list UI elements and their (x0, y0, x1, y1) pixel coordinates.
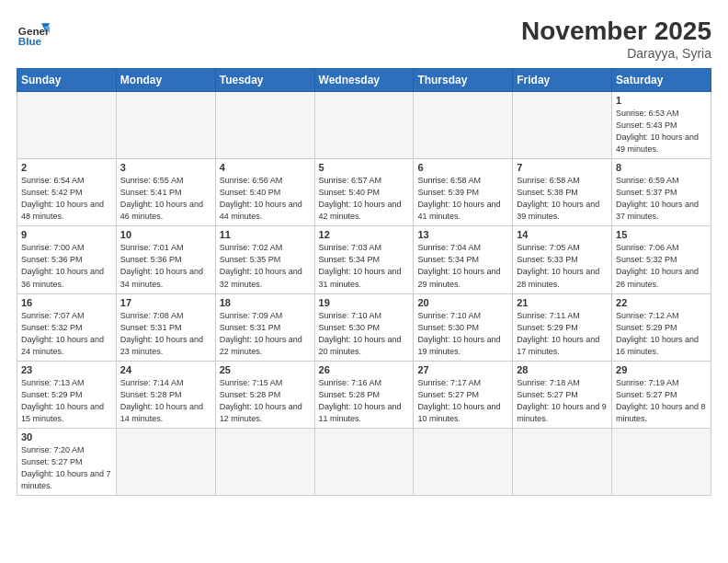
table-row: 21Sunrise: 7:11 AM Sunset: 5:29 PM Dayli… (513, 293, 612, 361)
table-row: 30Sunrise: 7:20 AM Sunset: 5:27 PM Dayli… (17, 428, 117, 495)
day-info: Sunrise: 7:03 AM Sunset: 5:34 PM Dayligh… (319, 242, 410, 290)
day-number: 10 (120, 229, 211, 240)
calendar: Sunday Monday Tuesday Wednesday Thursday… (17, 68, 711, 496)
day-number: 15 (616, 229, 707, 240)
day-info: Sunrise: 7:08 AM Sunset: 5:31 PM Dayligh… (120, 310, 211, 358)
day-number: 28 (517, 364, 608, 375)
day-number: 11 (220, 229, 311, 240)
table-row: 12Sunrise: 7:03 AM Sunset: 5:34 PM Dayli… (314, 226, 414, 293)
table-row: 3Sunrise: 6:55 AM Sunset: 5:41 PM Daylig… (116, 159, 215, 226)
day-number: 30 (21, 431, 112, 442)
day-info: Sunrise: 6:54 AM Sunset: 5:42 PM Dayligh… (21, 175, 112, 223)
table-row: 27Sunrise: 7:17 AM Sunset: 5:27 PM Dayli… (414, 361, 513, 428)
svg-text:Blue: Blue (18, 35, 42, 47)
location: Darayya, Syria (521, 46, 711, 61)
day-number: 18 (220, 297, 311, 308)
day-info: Sunrise: 7:18 AM Sunset: 5:27 PM Dayligh… (517, 377, 608, 425)
table-row (116, 92, 215, 159)
page: General Blue November 2025 Darayya, Syri… (0, 0, 728, 563)
table-row: 14Sunrise: 7:05 AM Sunset: 5:33 PM Dayli… (513, 226, 612, 293)
day-info: Sunrise: 7:20 AM Sunset: 5:27 PM Dayligh… (21, 444, 112, 492)
day-number: 22 (616, 297, 707, 308)
table-row: 29Sunrise: 7:19 AM Sunset: 5:27 PM Dayli… (612, 361, 711, 428)
table-row (116, 428, 215, 495)
day-number: 24 (120, 364, 211, 375)
day-info: Sunrise: 7:00 AM Sunset: 5:36 PM Dayligh… (21, 242, 112, 290)
table-row: 24Sunrise: 7:14 AM Sunset: 5:28 PM Dayli… (116, 361, 215, 428)
table-row: 18Sunrise: 7:09 AM Sunset: 5:31 PM Dayli… (215, 293, 314, 361)
logo: General Blue (17, 17, 50, 50)
day-number: 16 (21, 297, 112, 308)
table-row: 13Sunrise: 7:04 AM Sunset: 5:34 PM Dayli… (414, 226, 513, 293)
day-number: 7 (517, 162, 608, 173)
day-info: Sunrise: 7:14 AM Sunset: 5:28 PM Dayligh… (120, 377, 211, 425)
col-sunday: Sunday (17, 69, 117, 92)
day-info: Sunrise: 7:12 AM Sunset: 5:29 PM Dayligh… (616, 310, 707, 358)
table-row: 6Sunrise: 6:58 AM Sunset: 5:39 PM Daylig… (414, 159, 513, 226)
day-number: 2 (21, 162, 112, 173)
table-row: 25Sunrise: 7:15 AM Sunset: 5:28 PM Dayli… (215, 361, 314, 428)
table-row: 4Sunrise: 6:56 AM Sunset: 5:40 PM Daylig… (215, 159, 314, 226)
day-number: 25 (220, 364, 311, 375)
table-row (215, 428, 314, 495)
table-row: 10Sunrise: 7:01 AM Sunset: 5:36 PM Dayli… (116, 226, 215, 293)
col-wednesday: Wednesday (314, 69, 414, 92)
day-number: 6 (417, 162, 508, 173)
table-row (314, 92, 414, 159)
day-info: Sunrise: 7:15 AM Sunset: 5:28 PM Dayligh… (220, 377, 311, 425)
day-number: 23 (21, 364, 112, 375)
table-row: 26Sunrise: 7:16 AM Sunset: 5:28 PM Dayli… (314, 361, 414, 428)
table-row: 22Sunrise: 7:12 AM Sunset: 5:29 PM Dayli… (612, 293, 711, 361)
day-number: 9 (21, 229, 112, 240)
table-row (314, 428, 414, 495)
day-number: 12 (319, 229, 410, 240)
col-monday: Monday (116, 69, 215, 92)
table-row (17, 92, 117, 159)
title-block: November 2025 Darayya, Syria (521, 17, 711, 61)
day-number: 27 (417, 364, 508, 375)
col-saturday: Saturday (612, 69, 711, 92)
day-info: Sunrise: 6:59 AM Sunset: 5:37 PM Dayligh… (616, 175, 707, 223)
col-thursday: Thursday (414, 69, 513, 92)
day-info: Sunrise: 6:53 AM Sunset: 5:43 PM Dayligh… (616, 108, 707, 155)
day-number: 20 (417, 297, 508, 308)
day-info: Sunrise: 7:19 AM Sunset: 5:27 PM Dayligh… (616, 377, 707, 425)
table-row (414, 428, 513, 495)
header-row: Sunday Monday Tuesday Wednesday Thursday… (17, 69, 711, 92)
day-info: Sunrise: 7:13 AM Sunset: 5:29 PM Dayligh… (21, 377, 112, 425)
day-number: 17 (120, 297, 211, 308)
day-number: 13 (417, 229, 508, 240)
table-row (215, 92, 314, 159)
month-title: November 2025 (521, 17, 711, 46)
header: General Blue November 2025 Darayya, Syri… (17, 17, 711, 61)
day-info: Sunrise: 7:02 AM Sunset: 5:35 PM Dayligh… (220, 242, 311, 290)
day-info: Sunrise: 7:05 AM Sunset: 5:33 PM Dayligh… (517, 242, 608, 290)
day-info: Sunrise: 6:56 AM Sunset: 5:40 PM Dayligh… (220, 175, 311, 223)
day-number: 1 (616, 95, 707, 106)
table-row: 19Sunrise: 7:10 AM Sunset: 5:30 PM Dayli… (314, 293, 414, 361)
day-number: 19 (319, 297, 410, 308)
day-number: 29 (616, 364, 707, 375)
table-row: 20Sunrise: 7:10 AM Sunset: 5:30 PM Dayli… (414, 293, 513, 361)
day-info: Sunrise: 6:58 AM Sunset: 5:39 PM Dayligh… (417, 175, 508, 223)
day-info: Sunrise: 7:16 AM Sunset: 5:28 PM Dayligh… (319, 377, 410, 425)
day-number: 8 (616, 162, 707, 173)
day-info: Sunrise: 6:57 AM Sunset: 5:40 PM Dayligh… (319, 175, 410, 223)
day-info: Sunrise: 7:17 AM Sunset: 5:27 PM Dayligh… (417, 377, 508, 425)
day-info: Sunrise: 7:09 AM Sunset: 5:31 PM Dayligh… (220, 310, 311, 358)
table-row: 7Sunrise: 6:58 AM Sunset: 5:38 PM Daylig… (513, 159, 612, 226)
logo-icon: General Blue (17, 17, 50, 50)
table-row: 16Sunrise: 7:07 AM Sunset: 5:32 PM Dayli… (17, 293, 117, 361)
table-row: 11Sunrise: 7:02 AM Sunset: 5:35 PM Dayli… (215, 226, 314, 293)
day-number: 14 (517, 229, 608, 240)
day-info: Sunrise: 6:55 AM Sunset: 5:41 PM Dayligh… (120, 175, 211, 223)
day-info: Sunrise: 7:11 AM Sunset: 5:29 PM Dayligh… (517, 310, 608, 358)
day-number: 3 (120, 162, 211, 173)
table-row: 2Sunrise: 6:54 AM Sunset: 5:42 PM Daylig… (17, 159, 117, 226)
day-info: Sunrise: 7:04 AM Sunset: 5:34 PM Dayligh… (417, 242, 508, 290)
col-tuesday: Tuesday (215, 69, 314, 92)
day-number: 5 (319, 162, 410, 173)
table-row: 1Sunrise: 6:53 AM Sunset: 5:43 PM Daylig… (612, 92, 711, 159)
table-row: 28Sunrise: 7:18 AM Sunset: 5:27 PM Dayli… (513, 361, 612, 428)
day-info: Sunrise: 7:06 AM Sunset: 5:32 PM Dayligh… (616, 242, 707, 290)
